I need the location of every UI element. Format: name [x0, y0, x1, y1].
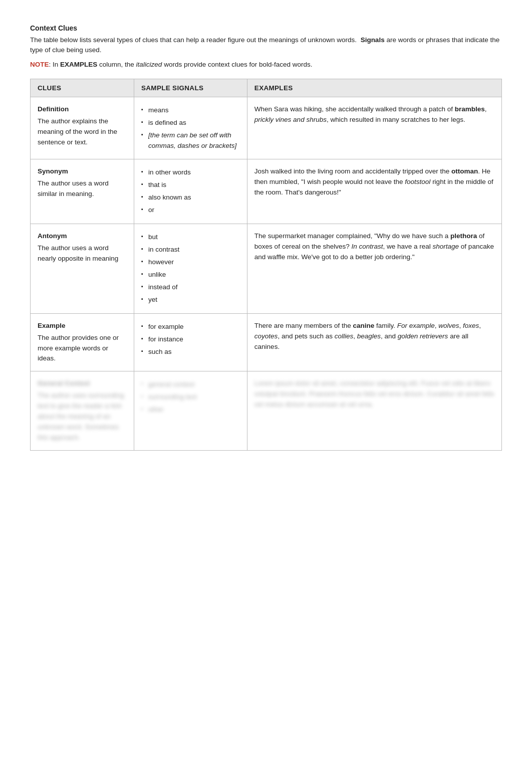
clue-cell-example: Example The author provides one or more … — [31, 313, 134, 371]
clue-cell-synonym: Synonym The author uses a word similar i… — [31, 159, 134, 224]
note-line: NOTE: In EXAMPLES column, the italicized… — [30, 60, 502, 70]
clue-title-definition: Definition — [38, 104, 127, 115]
page-title: Context Clues — [30, 24, 502, 32]
signal-item: instead of — [141, 281, 240, 294]
header-examples: EXAMPLES — [247, 79, 501, 97]
signals-list-definition: means is defined as [the term can be set… — [141, 104, 240, 152]
signal-item: yet — [141, 294, 240, 306]
signal-item: or — [141, 204, 240, 217]
header-clues: CLUES — [31, 79, 134, 97]
signals-cell-blurred: general context surrounding text other — [134, 371, 247, 451]
signal-item: in other words — [141, 166, 240, 179]
signal-item: surrounding text — [141, 391, 240, 404]
table-row: Definition The author explains the meani… — [31, 97, 502, 159]
signals-cell-synonym: in other words that is also known as or — [134, 159, 247, 224]
signal-item: other — [141, 404, 240, 416]
clue-desc-antonym: The author uses a word nearly opposite i… — [38, 243, 127, 264]
signals-list-antonym: but in contrast however unlike instead o… — [141, 231, 240, 306]
signal-item: [the term can be set off with commas, da… — [141, 129, 240, 152]
clue-desc-blurred: The author uses surrounding text to give… — [38, 391, 127, 443]
signal-item: general context — [141, 378, 240, 391]
signal-item: but — [141, 231, 240, 244]
signal-item: means — [141, 104, 240, 117]
signal-item: also known as — [141, 191, 240, 204]
signal-item: unlike — [141, 269, 240, 281]
intro-text: The table below lists several types of c… — [30, 35, 502, 56]
clue-cell-blurred: General Context The author uses surround… — [31, 371, 134, 451]
signal-item: that is — [141, 179, 240, 191]
clue-title-synonym: Synonym — [38, 166, 127, 177]
signals-list-blurred: general context surrounding text other — [141, 378, 240, 416]
signals-cell-example: for example for instance such as — [134, 313, 247, 371]
example-cell-blurred: Lorem ipsum dolor sit amet, consectetur … — [247, 371, 501, 451]
clue-cell-antonym: Antonym The author uses a word nearly op… — [31, 224, 134, 314]
clue-title-blurred: General Context — [38, 378, 127, 389]
table-row: Antonym The author uses a word nearly op… — [31, 224, 502, 314]
example-cell-definition: When Sara was hiking, she accidentally w… — [247, 97, 501, 159]
signal-item: in contrast — [141, 244, 240, 256]
table-header-row: CLUES SAMPLE SIGNALS EXAMPLES — [31, 79, 502, 97]
signal-item: for instance — [141, 333, 240, 346]
clue-desc-example: The author provides one or more example … — [38, 333, 127, 364]
example-cell-antonym: The supermarket manager complained, "Why… — [247, 224, 501, 314]
example-cell-synonym: Josh walked into the living room and acc… — [247, 159, 501, 224]
table-row: Synonym The author uses a word similar i… — [31, 159, 502, 224]
clue-desc-definition: The author explains the meaning of the w… — [38, 116, 127, 148]
context-clues-table: CLUES SAMPLE SIGNALS EXAMPLES Definition… — [30, 79, 502, 451]
signals-list-synonym: in other words that is also known as or — [141, 166, 240, 217]
note-label: NOTE — [30, 61, 49, 68]
clue-desc-synonym: The author uses a word similar in meanin… — [38, 178, 127, 200]
clue-title-antonym: Antonym — [38, 231, 127, 242]
signal-item: for example — [141, 321, 240, 333]
signals-cell-definition: means is defined as [the term can be set… — [134, 97, 247, 159]
header-signals: SAMPLE SIGNALS — [134, 79, 247, 97]
clue-title-example: Example — [38, 321, 127, 331]
signals-cell-antonym: but in contrast however unlike instead o… — [134, 224, 247, 314]
signal-item: is defined as — [141, 117, 240, 129]
signals-list-example: for example for instance such as — [141, 321, 240, 358]
signal-item: however — [141, 256, 240, 269]
example-cell-example: There are many members of the canine fam… — [247, 313, 501, 371]
signal-item: such as — [141, 346, 240, 358]
table-row: Example The author provides one or more … — [31, 313, 502, 371]
table-row-blurred: General Context The author uses surround… — [31, 371, 502, 451]
clue-cell-definition: Definition The author explains the meani… — [31, 97, 134, 159]
